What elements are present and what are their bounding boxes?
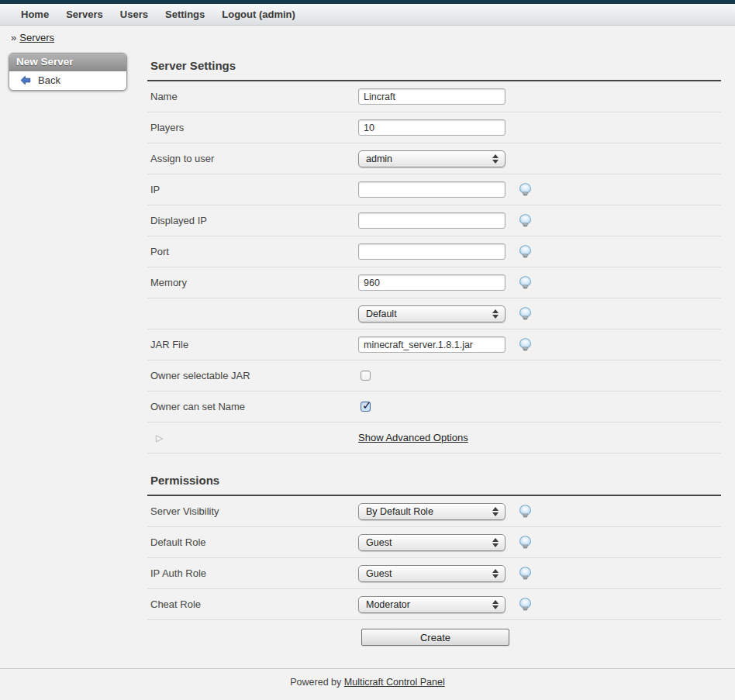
form-row-create: Create bbox=[147, 620, 721, 654]
select-value: Default bbox=[366, 309, 397, 319]
form-row-cheat-role: Cheat Role Moderator bbox=[147, 589, 721, 620]
sidebar: New Server Back bbox=[0, 48, 147, 91]
sidebar-item-back[interactable]: Back bbox=[9, 71, 126, 90]
form-row-server-visibility: Server Visibility By Default Role bbox=[147, 496, 721, 527]
field-label: Assign to user bbox=[147, 153, 358, 164]
form-row-default-select: Default bbox=[147, 298, 721, 329]
ip-auth-role-select[interactable]: Guest bbox=[358, 565, 506, 582]
port-field[interactable] bbox=[358, 243, 506, 260]
help-bulb-icon[interactable] bbox=[519, 567, 532, 580]
field-label: Server Visibility bbox=[147, 505, 358, 517]
breadcrumb-marker: » bbox=[11, 32, 16, 43]
default-role-select[interactable]: Guest bbox=[358, 534, 506, 551]
select-value: admin bbox=[366, 153, 392, 164]
help-bulb-icon[interactable] bbox=[519, 214, 532, 227]
form-row-ip-auth-role: IP Auth Role Guest bbox=[147, 558, 721, 589]
footer: Powered by Multicraft Control Panel bbox=[0, 668, 735, 700]
help-bulb-icon[interactable] bbox=[519, 245, 532, 258]
server-visibility-select[interactable]: By Default Role bbox=[358, 503, 506, 520]
select-stepper-icon bbox=[492, 309, 499, 319]
form-row-ip: IP bbox=[147, 174, 721, 205]
field-label: IP bbox=[147, 184, 358, 195]
field-label: IP Auth Role bbox=[147, 567, 358, 579]
multicraft-link[interactable]: Multicraft Control Panel bbox=[344, 677, 445, 688]
server-settings-heading: Server Settings bbox=[147, 48, 721, 81]
select-value: Guest bbox=[366, 568, 392, 579]
select-value: Guest bbox=[366, 537, 392, 548]
help-bulb-icon[interactable] bbox=[519, 338, 532, 351]
form-row-default-role: Default Role Guest bbox=[147, 527, 721, 558]
field-label: Owner can set Name bbox=[147, 401, 358, 412]
memory-field[interactable] bbox=[358, 274, 506, 291]
form-row-players: Players bbox=[147, 112, 721, 143]
displayed-ip-field[interactable] bbox=[358, 212, 506, 229]
field-label: Displayed IP bbox=[147, 215, 358, 226]
form-row-jar-file: JAR File bbox=[147, 329, 721, 360]
select-stepper-icon bbox=[492, 538, 499, 547]
form-row-assign-user: Assign to user admin bbox=[147, 143, 721, 174]
sidebar-back-label: Back bbox=[38, 74, 60, 86]
help-bulb-icon[interactable] bbox=[519, 505, 532, 518]
assign-user-select[interactable]: admin bbox=[358, 150, 506, 167]
help-bulb-icon[interactable] bbox=[519, 276, 532, 289]
nav-item-logout[interactable]: Logout (admin) bbox=[213, 9, 304, 20]
help-bulb-icon[interactable] bbox=[519, 307, 532, 320]
expand-triangle-icon[interactable]: ▷ bbox=[150, 433, 163, 443]
form-row-name: Name bbox=[147, 81, 721, 112]
jar-file-field[interactable] bbox=[358, 336, 506, 353]
back-arrow-icon bbox=[19, 75, 32, 86]
help-bulb-icon[interactable] bbox=[519, 536, 532, 549]
players-field[interactable] bbox=[358, 119, 506, 136]
footer-powered-by-text: Powered by bbox=[290, 677, 341, 688]
permissions-heading: Permissions bbox=[147, 463, 721, 496]
cheat-role-select[interactable]: Moderator bbox=[358, 596, 506, 613]
form-row-displayed-ip: Displayed IP bbox=[147, 205, 721, 236]
default-select[interactable]: Default bbox=[358, 305, 506, 322]
form-row-owner-can-set-name: Owner can set Name bbox=[147, 391, 721, 422]
field-label: Memory bbox=[147, 277, 358, 288]
field-label: Default Role bbox=[147, 536, 358, 548]
select-value: Moderator bbox=[366, 599, 410, 610]
field-label: Port bbox=[147, 246, 358, 257]
sidebar-title: New Server bbox=[9, 53, 126, 71]
sidebar-menu-box: New Server Back bbox=[9, 53, 127, 91]
select-stepper-icon bbox=[492, 154, 499, 164]
select-stepper-icon bbox=[492, 600, 499, 609]
form-row-owner-selectable-jar: Owner selectable JAR bbox=[147, 360, 721, 391]
owner-selectable-jar-checkbox[interactable] bbox=[361, 371, 371, 381]
select-stepper-icon bbox=[492, 507, 499, 516]
name-field[interactable] bbox=[358, 88, 506, 105]
help-bulb-icon[interactable] bbox=[519, 183, 532, 196]
main-content: Server Settings Name Players Assign to u… bbox=[147, 48, 721, 654]
form-row-memory: Memory bbox=[147, 267, 721, 298]
breadcrumb-servers-link[interactable]: Servers bbox=[19, 32, 54, 43]
nav-item-settings[interactable]: Settings bbox=[157, 9, 213, 20]
field-label: JAR File bbox=[147, 339, 358, 350]
select-stepper-icon bbox=[492, 569, 499, 578]
field-label: Players bbox=[147, 122, 358, 133]
help-bulb-icon[interactable] bbox=[519, 598, 532, 611]
field-label: Cheat Role bbox=[147, 598, 358, 610]
create-button[interactable]: Create bbox=[361, 629, 509, 646]
main-nav: Home Servers Users Settings Logout (admi… bbox=[0, 4, 735, 26]
nav-item-servers[interactable]: Servers bbox=[57, 9, 112, 20]
nav-item-users[interactable]: Users bbox=[112, 9, 157, 20]
select-value: By Default Role bbox=[366, 506, 433, 517]
field-label: Name bbox=[147, 91, 358, 102]
field-label: Owner selectable JAR bbox=[147, 370, 358, 381]
form-row-port: Port bbox=[147, 236, 721, 267]
ip-field[interactable] bbox=[358, 181, 506, 198]
nav-item-home[interactable]: Home bbox=[12, 9, 57, 20]
form-row-advanced-toggle: ▷ Show Advanced Options bbox=[147, 422, 721, 453]
breadcrumb: »Servers bbox=[0, 26, 735, 48]
owner-can-set-name-checkbox[interactable] bbox=[361, 402, 371, 412]
show-advanced-options-link[interactable]: Show Advanced Options bbox=[358, 432, 468, 443]
